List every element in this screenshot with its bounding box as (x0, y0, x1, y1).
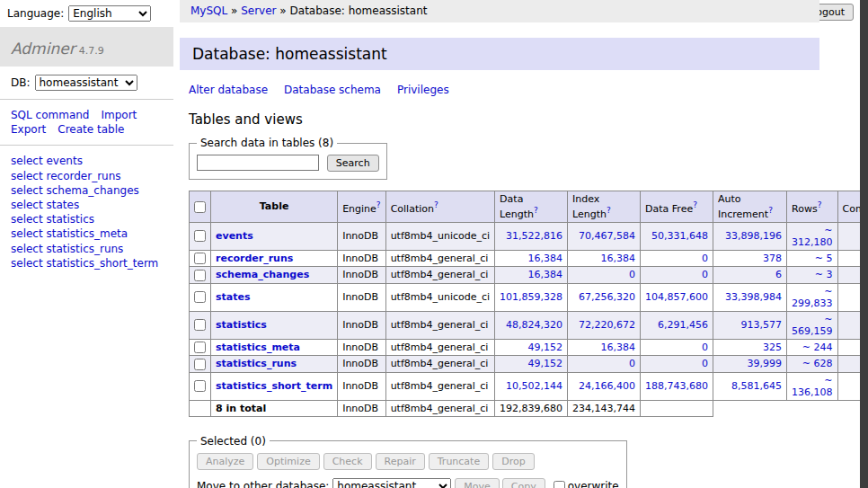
help-link[interactable]: ? (607, 206, 611, 215)
index-length-link[interactable]: 72,220,672 (579, 319, 635, 331)
auto-increment-link[interactable]: 33,398,984 (725, 291, 782, 303)
sidebar-table-link-events[interactable]: events (46, 155, 82, 167)
table-name-link-statistics-short-term[interactable]: statistics_short_term (216, 380, 332, 392)
table-name-link-statistics[interactable]: statistics (216, 319, 267, 331)
data-length-link[interactable]: 16,384 (528, 269, 563, 280)
index-length-link[interactable]: 24,166,400 (579, 380, 635, 392)
table-name-link-events[interactable]: events (216, 230, 253, 242)
row-checkbox-statistics[interactable] (194, 319, 206, 331)
auto-increment-link[interactable]: 325 (763, 342, 782, 353)
rows-count-link[interactable]: ~ 569,159 (792, 314, 833, 337)
row-checkbox-statistics-runs[interactable] (194, 359, 206, 370)
sidebar-action-create-table[interactable]: Create table (58, 123, 124, 136)
auto-increment-link[interactable]: 378 (763, 253, 782, 264)
data-free-link[interactable]: 188,743,680 (645, 380, 708, 392)
table-name-link-recorder-runs[interactable]: recorder_runs (216, 253, 293, 264)
link-alter-database[interactable]: Alter database (189, 84, 268, 96)
index-length-link[interactable]: 70,467,584 (579, 230, 635, 242)
sidebar-select-link-recorder-runs[interactable]: select (11, 170, 43, 182)
table-name-link-statistics-runs[interactable]: statistics_runs (216, 358, 297, 369)
data-length-link[interactable]: 49,152 (528, 342, 563, 353)
row-checkbox-events[interactable] (194, 230, 206, 242)
rows-count-link[interactable]: ~ 244 (802, 342, 833, 353)
scrollbar-thumb[interactable] (860, 0, 868, 488)
sidebar-table-link-schema-changes[interactable]: schema_changes (46, 184, 138, 197)
help-link[interactable]: ? (434, 200, 438, 209)
auto-increment-link[interactable]: 8,581,645 (731, 380, 782, 392)
data-free-link[interactable]: 50,331,648 (651, 230, 708, 242)
row-checkbox-statistics-short-term[interactable] (194, 380, 206, 392)
breadcrumb-link-mysql[interactable]: MySQL (190, 4, 227, 17)
data-length-link[interactable]: 10,502,144 (506, 380, 562, 392)
sidebar-select-link-schema-changes[interactable]: select (11, 184, 43, 197)
data-free-link[interactable]: 0 (702, 253, 708, 264)
auto-increment-link[interactable]: 39,999 (748, 358, 783, 369)
index-length-link[interactable]: 16,384 (601, 253, 636, 264)
sidebar-table-link-statistics-short-term[interactable]: statistics_short_term (46, 257, 158, 270)
rows-count-link[interactable]: ~ 312,180 (792, 225, 833, 248)
data-free-link[interactable]: 0 (702, 269, 708, 280)
row-checkbox-recorder-runs[interactable] (194, 253, 206, 264)
sidebar-select-link-statistics[interactable]: select (11, 213, 43, 226)
data-free-link[interactable]: 104,857,600 (645, 291, 708, 303)
auto-increment-link[interactable]: 913,577 (741, 319, 783, 331)
language-select[interactable]: English (68, 5, 151, 22)
sidebar-select-link-statistics-short-term[interactable]: select (11, 257, 43, 270)
engine-cell: InnoDB (338, 339, 385, 356)
table-name-link-states[interactable]: states (216, 291, 251, 303)
search-button[interactable]: Search (327, 155, 379, 172)
scrollbar[interactable] (860, 0, 868, 488)
data-length-link[interactable]: 16,384 (528, 253, 563, 264)
sidebar-table-link-recorder-runs[interactable]: recorder_runs (46, 170, 120, 182)
row-checkbox-statistics-meta[interactable] (194, 342, 206, 353)
sidebar-select-link-statistics-meta[interactable]: select (11, 227, 43, 240)
link-privileges[interactable]: Privileges (397, 84, 449, 96)
help-link[interactable]: ? (693, 200, 697, 209)
data-length-link[interactable]: 31,522,816 (506, 230, 562, 242)
data-length-link[interactable]: 48,824,320 (506, 319, 562, 331)
sidebar-table-link-statistics-runs[interactable]: statistics_runs (46, 243, 123, 255)
data-free-link[interactable]: 0 (702, 358, 708, 369)
data-free-link[interactable]: 0 (702, 342, 708, 353)
data-free-link[interactable]: 6,291,456 (658, 319, 708, 331)
rows-count-link[interactable]: ~ 136,108 (792, 375, 833, 398)
rows-count-link[interactable]: ~ 5 (815, 253, 833, 264)
data-length-link[interactable]: 101,859,328 (500, 291, 562, 303)
sidebar-action-sql-command[interactable]: SQL command (11, 109, 89, 121)
move-db-select[interactable]: homeassistant (332, 478, 451, 488)
index-length-link[interactable]: 0 (629, 269, 635, 280)
table-name-link-statistics-meta[interactable]: statistics_meta (216, 342, 300, 353)
row-checkbox-states[interactable] (194, 291, 206, 303)
auto-increment-link[interactable]: 33,898,196 (725, 230, 782, 242)
index-length-link[interactable]: 0 (629, 358, 635, 369)
help-link[interactable]: ? (818, 200, 822, 209)
data-length-link[interactable]: 49,152 (528, 358, 563, 369)
breadcrumb-link-server[interactable]: Server (241, 4, 276, 17)
index-length-link[interactable]: 67,256,320 (579, 291, 635, 303)
search-input[interactable] (197, 155, 319, 171)
sidebar-table-link-states[interactable]: states (46, 199, 79, 211)
select-all-checkbox[interactable] (194, 201, 206, 213)
table-name-link-schema-changes[interactable]: schema_changes (216, 269, 309, 280)
adminer-logo-text[interactable]: Adminer (11, 40, 75, 58)
help-link[interactable]: ? (534, 206, 538, 215)
row-checkbox-schema-changes[interactable] (194, 270, 206, 281)
auto-increment-link[interactable]: 6 (775, 269, 782, 280)
sidebar-action-import[interactable]: Import (101, 109, 137, 121)
check-button: Check (323, 453, 372, 470)
sidebar-table-link-statistics[interactable]: statistics (46, 213, 94, 226)
sidebar-action-export[interactable]: Export (11, 123, 46, 136)
rows-count-link[interactable]: ~ 3 (815, 269, 833, 280)
rows-count-link[interactable]: ~ 299,833 (792, 286, 833, 309)
sidebar-select-link-events[interactable]: select (11, 155, 43, 167)
index-length-link[interactable]: 16,384 (601, 342, 636, 353)
rows-count-link[interactable]: ~ 628 (802, 358, 833, 369)
sidebar-select-link-statistics-runs[interactable]: select (11, 243, 43, 255)
overwrite-checkbox[interactable] (554, 481, 565, 488)
help-link[interactable]: ? (376, 200, 381, 209)
sidebar-select-link-states[interactable]: select (11, 199, 43, 211)
sidebar-table-link-statistics-meta[interactable]: statistics_meta (46, 227, 128, 240)
db-select[interactable]: homeassistant (35, 75, 137, 91)
link-database-schema[interactable]: Database schema (284, 84, 381, 96)
help-link[interactable]: ? (768, 206, 773, 215)
